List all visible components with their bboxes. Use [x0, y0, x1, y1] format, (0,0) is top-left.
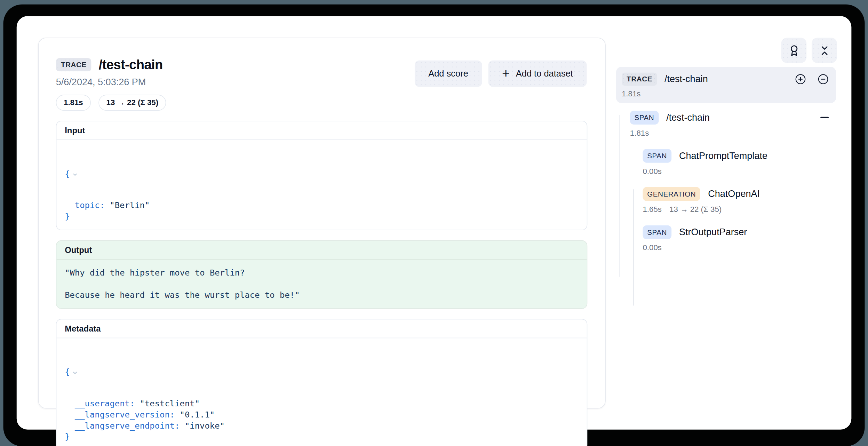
tree-item-name: StrOutputParser: [679, 227, 747, 238]
json-key: __langserve_version:: [75, 410, 175, 420]
observation-tree: TRACE /test-chain 1.81s: [616, 67, 836, 252]
tree-item-duration: 0.00s: [643, 243, 836, 252]
tree-item-duration: 1.65s 13 → 22 (Σ 35): [643, 205, 836, 214]
tree-item-name: /test-chain: [666, 112, 710, 123]
collapse-branch-icon[interactable]: [820, 117, 829, 118]
tree-item-line: GENERATION ChatOpenAI: [643, 187, 836, 201]
tree-root-line: TRACE /test-chain: [622, 72, 830, 86]
tree-expand-controls: [795, 74, 829, 85]
tree-item-span-chatprompttemplate[interactable]: SPAN ChatPromptTemplate 0.00s: [616, 149, 836, 175]
close-brace: }: [65, 211, 70, 222]
chevron-down-icon[interactable]: [72, 348, 152, 398]
duration-value: 0.00s: [643, 167, 662, 175]
span-type-badge: SPAN: [630, 111, 659, 125]
span-type-badge: SPAN: [643, 225, 671, 239]
circle-plus-icon[interactable]: [795, 74, 806, 85]
span-type-badge: SPAN: [643, 149, 671, 163]
json-open-line: {: [65, 346, 579, 398]
input-json-viewer: { topic:"Berlin" }: [56, 140, 587, 230]
trace-type-badge: TRACE: [622, 72, 657, 86]
tree-item-generation-chatopenai[interactable]: GENERATION ChatOpenAI 1.65s 13 → 22 (Σ 3…: [616, 187, 836, 214]
collapse-vertical-icon: [819, 45, 830, 56]
tree-root-name: /test-chain: [664, 74, 708, 85]
output-section-title: Output: [56, 241, 587, 260]
open-brace: {: [65, 168, 70, 180]
json-key: __useragent:: [75, 399, 135, 409]
tree-children: SPAN /test-chain 1.81s SPAN ChatPromptTe…: [616, 111, 836, 252]
json-close-line: }: [65, 211, 579, 222]
trace-type-badge: TRACE: [56, 58, 91, 71]
award-icon: [788, 45, 799, 56]
screenshot-stage: TRACE /test-chain 5/6/2024, 5:03:26 PM 1…: [0, 0, 868, 446]
window-frame: TRACE /test-chain 5/6/2024, 5:03:26 PM 1…: [3, 5, 865, 446]
generation-type-badge: GENERATION: [643, 187, 700, 201]
json-key: topic:: [75, 200, 105, 210]
token-usage-value: 13 → 22 (Σ 35): [669, 205, 722, 214]
input-section: Input { topic:"Berlin" }: [56, 121, 588, 230]
json-close-line: }: [65, 431, 579, 443]
add-to-dataset-button[interactable]: + Add to dataset: [488, 60, 587, 87]
latency-pill: 1.81s: [56, 95, 91, 111]
trace-actions: Add score + Add to dataset: [414, 60, 587, 87]
json-row: __langserve_version:"0.1.1": [65, 409, 579, 420]
json-row: __useragent:"testclient": [65, 398, 579, 409]
page-title: /test-chain: [99, 57, 163, 73]
tree-item-span-stroutputparser[interactable]: SPAN StrOutputParser 0.00s: [616, 225, 836, 252]
add-score-button[interactable]: Add score: [414, 60, 482, 87]
output-body: "Why did the hipster move to Berlin? Bec…: [56, 260, 587, 308]
json-value: "Berlin": [110, 200, 150, 210]
json-open-line: {: [65, 148, 579, 200]
tree-item-span-test-chain[interactable]: SPAN /test-chain 1.81s: [616, 111, 836, 137]
json-row: __langserve_endpoint:"invoke": [65, 420, 579, 431]
duration-value: 1.81s: [630, 128, 649, 137]
plus-icon: +: [502, 65, 510, 81]
app-window: TRACE /test-chain 5/6/2024, 5:03:26 PM 1…: [17, 16, 852, 430]
tree-item-line: SPAN /test-chain: [630, 111, 836, 125]
trace-detail-card: TRACE /test-chain 5/6/2024, 5:03:26 PM 1…: [38, 38, 606, 408]
chevron-down-icon[interactable]: [72, 150, 152, 200]
open-brace: {: [65, 366, 70, 377]
output-section: Output "Why did the hipster move to Berl…: [56, 240, 588, 309]
tree-item-line: SPAN ChatPromptTemplate: [643, 149, 836, 163]
tree-item-duration: 1.81s: [630, 128, 836, 137]
json-key: __langserve_endpoint:: [75, 421, 180, 431]
add-to-dataset-label: Add to dataset: [516, 69, 573, 79]
tree-item-line: SPAN StrOutputParser: [643, 225, 836, 239]
json-value: "testclient": [140, 399, 200, 409]
tree-item-name: ChatPromptTemplate: [679, 150, 767, 161]
json-value: "0.1.1": [180, 410, 215, 420]
add-score-label: Add score: [428, 69, 468, 79]
tree-item-name: ChatOpenAI: [708, 189, 760, 200]
duration-value: 1.65s: [643, 205, 662, 214]
metadata-json-viewer: { __useragent:"testclient" __langserve_v…: [56, 338, 587, 446]
output-text: "Why did the hipster move to Berlin? Bec…: [65, 268, 579, 301]
token-usage-pill: 13 → 22 (Σ 35): [98, 95, 166, 111]
json-row: topic:"Berlin": [65, 200, 579, 211]
trace-stat-pills: 1.81s 13 → 22 (Σ 35): [56, 95, 588, 111]
input-section-title: Input: [56, 121, 587, 140]
json-value: "invoke": [185, 421, 225, 431]
duration-value: 0.00s: [643, 243, 662, 252]
tree-root-row[interactable]: TRACE /test-chain 1.81s: [616, 67, 836, 103]
tree-toolbar: [781, 38, 837, 63]
collapse-panel-button[interactable]: [812, 38, 837, 63]
metadata-section: Metadata { __useragent:"testclient" __la…: [56, 319, 588, 446]
circle-minus-icon[interactable]: [818, 74, 829, 85]
metadata-section-title: Metadata: [56, 319, 587, 338]
annotate-button[interactable]: [781, 38, 806, 63]
close-brace: }: [65, 431, 70, 443]
tree-root-duration: 1.81s: [622, 89, 830, 98]
tree-item-duration: 0.00s: [643, 167, 836, 175]
